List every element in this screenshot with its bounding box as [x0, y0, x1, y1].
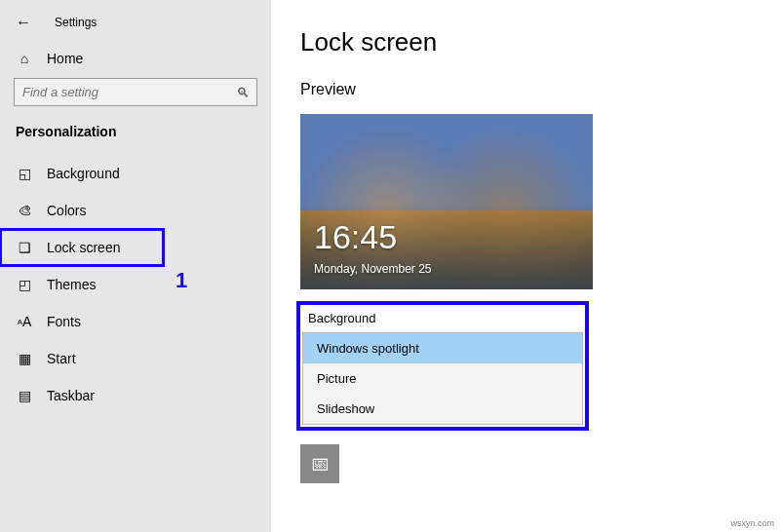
- nav-label: Colors: [47, 203, 86, 218]
- background-dropdown[interactable]: Windows spotlight Picture Slideshow: [302, 332, 583, 425]
- search-input[interactable]: [14, 78, 257, 106]
- nav-label: Background: [47, 166, 120, 181]
- section-title: Personalization: [0, 120, 271, 155]
- home-nav-item[interactable]: ⌂ Home: [0, 43, 271, 78]
- picture-icon: ◱: [16, 166, 33, 181]
- nav-item-taskbar[interactable]: ▤ Taskbar: [0, 377, 271, 414]
- nav-label: Lock screen: [47, 240, 120, 255]
- nav-label: Fonts: [47, 314, 81, 329]
- preview-clock-date: Monday, November 25: [314, 262, 432, 276]
- annotation-1: 1: [176, 268, 187, 293]
- dropdown-option-slideshow[interactable]: Slideshow: [303, 394, 582, 424]
- lockscreen-preview: 16:45 Monday, November 25: [300, 114, 593, 289]
- sidebar: ← Settings ⌂ Home 🔍︎ Personalization ◱ B…: [0, 0, 271, 532]
- palette-icon: 🎨︎: [16, 203, 33, 218]
- search-wrap: 🔍︎: [14, 78, 257, 106]
- lock-screen-icon: ❑: [16, 240, 33, 255]
- nav-item-colors[interactable]: 🎨︎ Colors: [0, 192, 271, 229]
- home-label: Home: [47, 51, 83, 66]
- calendar-app-button[interactable]: 📅︎: [300, 444, 339, 483]
- nav-item-fonts[interactable]: AA Fonts: [0, 303, 271, 340]
- main-panel: Lock screen Preview 16:45 Monday, Novemb…: [271, 0, 780, 532]
- calendar-icon: 📅︎: [310, 453, 330, 475]
- background-dropdown-block: Background Windows spotlight Picture Sli…: [300, 305, 585, 427]
- back-arrow-icon[interactable]: ←: [16, 14, 31, 31]
- app-title: Settings: [55, 16, 97, 29]
- themes-icon: ◰: [16, 277, 33, 292]
- nav-list: ◱ Background 🎨︎ Colors ❑ Lock screen ◰ T…: [0, 155, 271, 414]
- preview-heading: Preview: [300, 81, 751, 98]
- nav-label: Themes: [47, 277, 97, 292]
- nav-item-start[interactable]: ▦ Start: [0, 340, 271, 377]
- start-icon: ▦: [16, 351, 33, 366]
- watermark: wsxyn.com: [730, 518, 774, 528]
- taskbar-icon: ▤: [16, 388, 33, 403]
- nav-label: Start: [47, 351, 76, 366]
- background-label: Background: [302, 307, 583, 332]
- nav-item-themes[interactable]: ◰ Themes: [0, 266, 271, 303]
- search-icon[interactable]: 🔍︎: [236, 85, 250, 100]
- dropdown-option-spotlight[interactable]: Windows spotlight: [303, 333, 582, 363]
- home-icon: ⌂: [16, 51, 33, 66]
- page-title: Lock screen: [300, 27, 751, 57]
- nav-label: Taskbar: [47, 388, 95, 403]
- fonts-icon: AA: [16, 314, 33, 329]
- titlebar: ← Settings: [0, 10, 271, 43]
- nav-item-background[interactable]: ◱ Background: [0, 155, 271, 192]
- preview-clock-time: 16:45: [314, 218, 397, 256]
- dropdown-option-picture[interactable]: Picture: [303, 363, 582, 394]
- nav-item-lock-screen[interactable]: ❑ Lock screen: [0, 229, 164, 266]
